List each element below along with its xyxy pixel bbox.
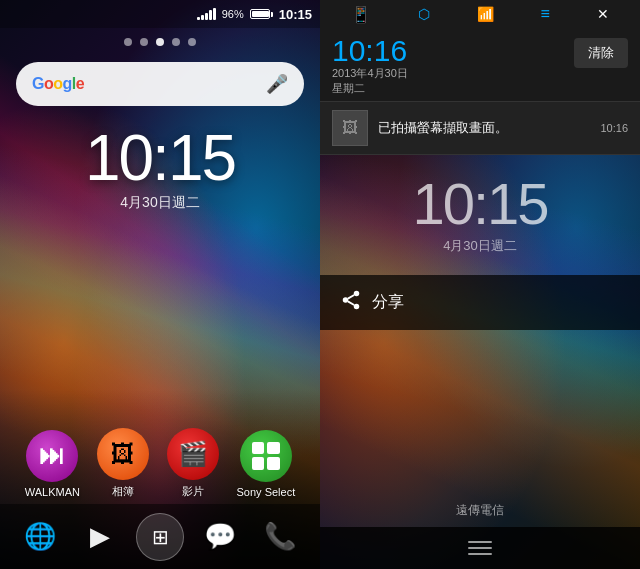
notification-item-time: 10:16: [600, 122, 628, 134]
page-dots: [0, 28, 320, 56]
navigation-bar: [320, 527, 640, 569]
clock-time-left: 10:15: [0, 126, 320, 190]
google-search-bar[interactable]: Google 🎤: [16, 62, 304, 106]
bg-clock-time: 10:15: [320, 175, 640, 233]
bg-clock-date: 4月30日週二: [320, 237, 640, 255]
share-icon: [340, 289, 362, 316]
google-logo: Google: [32, 75, 84, 93]
status-bar-left: 96% 10:15: [0, 0, 320, 28]
sony-select-icon: [240, 430, 292, 482]
svg-line-4: [348, 295, 354, 299]
video-icon: 🎬: [167, 428, 219, 480]
page-dot-3[interactable]: [156, 38, 164, 46]
video-app[interactable]: 🎬 影片: [167, 428, 219, 499]
phone-icon[interactable]: 📞: [256, 513, 304, 561]
signal-icon: [197, 8, 216, 20]
settings-lines-icon: ≡: [541, 5, 550, 23]
battery-percent: 96%: [222, 8, 244, 20]
sony-select-app[interactable]: Sony Select: [237, 430, 296, 498]
carrier-name: 遠傳電信: [320, 502, 640, 519]
walkman-icon: ⏭: [26, 430, 78, 482]
walkman-app[interactable]: ⏭ WALKMAN: [25, 430, 80, 498]
apps-icon[interactable]: ⊞: [136, 513, 184, 561]
messaging-icon[interactable]: 💬: [196, 513, 244, 561]
notification-date-line2: 星期二: [332, 81, 408, 96]
app-grid: ⏭ WALKMAN 🖼 相簿 🎬 影片: [0, 428, 320, 499]
play-store-icon[interactable]: ▶: [76, 513, 124, 561]
dock: 🌐 ▶ ⊞ 💬 📞: [0, 504, 320, 569]
chrome-icon[interactable]: 🌐: [16, 513, 64, 561]
share-button[interactable]: 分享: [320, 275, 640, 330]
svg-point-0: [354, 291, 360, 297]
clock-widget: 10:15 4月30日週二: [0, 126, 320, 212]
svg-point-1: [343, 297, 349, 303]
notification-date-line1: 2013年4月30日: [332, 66, 408, 81]
screenshot-thumbnail: 🖼: [332, 110, 368, 146]
nav-line-1: [468, 541, 492, 543]
screenshot-notification[interactable]: 🖼 已拍攝螢幕擷取畫面。 10:16: [320, 101, 640, 154]
walkman-label: WALKMAN: [25, 486, 80, 498]
bluetooth-icon: ⬡: [418, 6, 430, 22]
left-phone-screen: 96% 10:15 Google 🎤 10:15 4月30日週二: [0, 0, 320, 569]
photos-label: 相簿: [112, 484, 134, 499]
right-notification-panel: 📱 ⬡ 📶 ≡ ✕ 10:16 2013年4月30日 星期二 清除 🖼 已拍攝螢…: [320, 0, 640, 569]
notification-time-block: 10:16 2013年4月30日 星期二: [332, 36, 408, 97]
clear-notifications-button[interactable]: 清除: [574, 38, 628, 68]
status-bar-right: 📱 ⬡ 📶 ≡ ✕: [320, 0, 640, 28]
page-dot-5[interactable]: [188, 38, 196, 46]
nav-line-3: [468, 553, 492, 555]
sony-select-label: Sony Select: [237, 486, 296, 498]
page-dot-4[interactable]: [172, 38, 180, 46]
svg-line-3: [348, 301, 354, 305]
clock-date-left: 4月30日週二: [0, 194, 320, 212]
battery-icon: [250, 9, 273, 19]
phone-status-icon: 📱: [351, 5, 371, 24]
status-time-left: 10:15: [279, 7, 312, 22]
page-dot-1[interactable]: [124, 38, 132, 46]
voice-search-icon[interactable]: 🎤: [266, 73, 288, 95]
status-icons-left: 96%: [197, 8, 273, 20]
svg-point-2: [354, 303, 360, 309]
photos-app[interactable]: 🖼 相簿: [97, 428, 149, 499]
background-clock: 10:15 4月30日週二: [320, 155, 640, 265]
nav-menu-icon[interactable]: [468, 541, 492, 555]
notification-header: 10:16 2013年4月30日 星期二 清除: [320, 28, 640, 101]
video-label: 影片: [182, 484, 204, 499]
page-dot-2[interactable]: [140, 38, 148, 46]
notification-time: 10:16: [332, 36, 408, 66]
share-label: 分享: [372, 292, 404, 313]
nav-line-2: [468, 547, 492, 549]
wrench-icon: ✕: [597, 6, 609, 22]
camera-icon: 🖼: [342, 119, 358, 137]
notification-drawer: 10:16 2013年4月30日 星期二 清除 🖼 已拍攝螢幕擷取畫面。 10:…: [320, 28, 640, 155]
notification-message: 已拍攝螢幕擷取畫面。: [368, 119, 600, 137]
wifi-icon: 📶: [477, 6, 494, 22]
photos-icon: 🖼: [97, 428, 149, 480]
